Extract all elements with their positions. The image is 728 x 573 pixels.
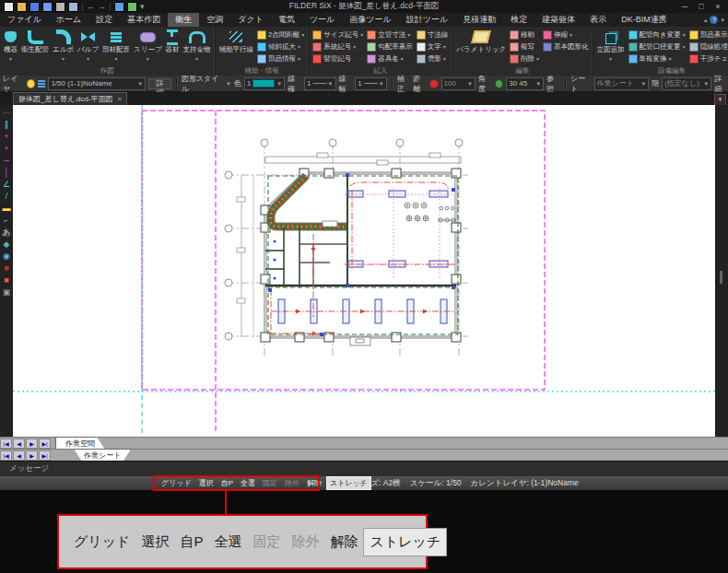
slope-line-icon[interactable]: / xyxy=(1,192,12,202)
ribbon-button-material[interactable]: 器材 xyxy=(164,28,182,65)
layer-visibility-icon[interactable] xyxy=(27,79,35,88)
ribbon-button-stretch[interactable]: 伸縮▾ xyxy=(542,29,590,41)
ribbon-button-size-symbol[interactable]: サイズ記号▾ xyxy=(311,29,364,41)
floor-select[interactable]: (指定なし) ▼ xyxy=(662,77,711,90)
prev-tab-button[interactable]: ◀ xyxy=(13,439,25,449)
print-preview-icon[interactable] xyxy=(68,2,78,12)
new-file-icon[interactable] xyxy=(4,2,14,12)
menu-tab-11[interactable]: 見積連動 xyxy=(455,13,503,27)
multi-tool-icon[interactable]: ◆ xyxy=(1,240,12,250)
color-select[interactable]: 1 ▼ xyxy=(244,77,285,90)
ribbon-button-tilt-zoom[interactable]: 傾斜拡大▾ xyxy=(256,41,305,53)
parallel-lines-icon[interactable]: ∥ xyxy=(1,120,12,130)
next-sheet-button[interactable]: ▶ xyxy=(26,450,38,461)
menu-tab-5[interactable]: 空調 xyxy=(199,13,230,27)
collapse-ribbon-icon[interactable]: ▴ xyxy=(704,17,708,24)
layer-list-icon[interactable] xyxy=(38,80,45,88)
chevron-down-icon[interactable]: ▼ xyxy=(226,81,231,87)
ribbon-button-elevation-add[interactable]: 立面追加▾ xyxy=(595,28,627,65)
mode-button-1[interactable]: 選択 xyxy=(135,532,174,552)
menu-tab-3[interactable]: 基本作図 xyxy=(120,13,168,27)
reference-label[interactable]: 参照 xyxy=(546,74,560,94)
ribbon-button-pipe-diameter[interactable]: 配管口径変更▾ xyxy=(628,41,687,53)
mode-button-2[interactable]: 自P xyxy=(218,477,236,489)
menu-tab-12[interactable]: 検定 xyxy=(503,13,534,27)
save-icon[interactable] xyxy=(29,2,40,12)
mode-button-6[interactable]: 解除 xyxy=(324,532,363,552)
ribbon-button-riser-dim[interactable]: 立管寸法▾ xyxy=(366,29,414,41)
mode-button-3[interactable]: 全選 xyxy=(238,477,258,489)
point-snap-icon[interactable]: + xyxy=(1,144,12,154)
text-tool-icon[interactable]: あ xyxy=(1,228,12,238)
mode-button-6[interactable]: 解除 xyxy=(304,477,324,489)
distance-input[interactable]: 100 ▼ xyxy=(441,77,476,90)
scrollbar-thumb[interactable] xyxy=(720,271,722,284)
prev-sheet-button[interactable]: ◀ xyxy=(13,450,25,461)
ribbon-button-sleeve[interactable]: スリーブ▾ xyxy=(132,28,164,65)
close-button[interactable]: × xyxy=(710,1,726,12)
ribbon-button-move[interactable]: 移動 xyxy=(509,29,540,41)
sheet-select[interactable]: 作業シート ▼ xyxy=(594,77,650,90)
ribbon-button-slope[interactable]: 勾配率表示 xyxy=(366,41,414,53)
angle-input[interactable]: 30 45 ▼ xyxy=(506,77,544,90)
ribbon-button-aux-parallel[interactable]: 補助平行線 xyxy=(217,28,256,65)
ribbon-button-distance[interactable]: 2点間距離▾ xyxy=(256,29,305,41)
first-tab-button[interactable]: |◀ xyxy=(0,439,12,449)
ribbon-button-copy[interactable]: 複写 xyxy=(509,41,540,53)
ribbon-button-parametric[interactable]: パラメトリック xyxy=(454,28,508,65)
stamp-tool-icon[interactable]: ▣ xyxy=(1,287,12,298)
menu-tab-7[interactable]: 電気 xyxy=(271,13,302,27)
layer-select[interactable]: 1/50 (1-1)NoName ▼ xyxy=(48,77,146,90)
document-tab[interactable]: 躯体図_差し替え.dcd-平面図 × xyxy=(13,92,127,105)
menu-more-icon[interactable]: ▾ xyxy=(721,17,724,24)
mode-button-7[interactable]: ストレッチ xyxy=(363,528,447,556)
tab-workspace[interactable]: 作業空間 xyxy=(55,437,105,450)
mode-button-0[interactable]: グリッド xyxy=(68,532,135,552)
ribbon-button-fixture-name[interactable]: 器具名▾ xyxy=(366,53,414,64)
menu-tab-14[interactable]: 表示 xyxy=(582,13,614,27)
ribbon-button-valve[interactable]: バルブ▾ xyxy=(76,28,100,65)
ribbon-button-dimension[interactable]: 寸法線 xyxy=(416,29,450,41)
ribbon-button-single-double[interactable]: 単複変換▾ xyxy=(628,53,687,64)
distance-toggle-icon[interactable] xyxy=(429,79,438,88)
ribbon-button-part-display-fix[interactable]: 部品表示補正▾ xyxy=(688,29,728,41)
open-file-icon[interactable] xyxy=(17,2,27,12)
close-icon[interactable]: × xyxy=(118,95,123,103)
image-icon[interactable] xyxy=(127,2,137,12)
mode-button-3[interactable]: 全選 xyxy=(208,532,247,552)
next-tab-button[interactable]: ▶ xyxy=(26,439,38,449)
menu-tab-4[interactable]: 衛生 xyxy=(168,13,199,27)
cross-snap-icon[interactable]: + xyxy=(1,132,12,142)
ribbon-button-support[interactable]: 支持金物▾ xyxy=(182,28,213,65)
right-scrollbar[interactable] xyxy=(715,105,728,437)
save-all-icon[interactable] xyxy=(42,2,53,12)
menu-tab-9[interactable]: 画像ツール xyxy=(342,13,398,27)
angle-toggle-icon[interactable] xyxy=(495,79,503,88)
tab-worksheet[interactable]: 作業シート xyxy=(74,449,131,462)
horizontal-line-icon[interactable]: ─ xyxy=(1,156,12,166)
menu-tab-1[interactable]: ホーム xyxy=(49,13,88,27)
ribbon-button-delete[interactable]: 削除▾ xyxy=(509,53,540,64)
mode-button-0[interactable]: グリッド xyxy=(159,477,194,489)
last-tab-button[interactable]: ▶| xyxy=(39,439,51,449)
ribbon-button-interference-check[interactable]: 干渉チェック▾ xyxy=(688,53,728,64)
first-sheet-button[interactable]: |◀ xyxy=(0,450,12,461)
ribbon-button-pipe[interactable]: 衛生配管 xyxy=(19,28,51,65)
ribbon-button-hidden-line[interactable]: 隠線処理 xyxy=(688,41,728,53)
more-icon[interactable]: ▾ xyxy=(140,3,145,11)
minimize-button[interactable]: ─ xyxy=(676,1,693,12)
band-icon[interactable]: ▬ xyxy=(1,204,12,214)
folder-tool-icon[interactable]: ■ xyxy=(1,263,12,274)
print-icon[interactable] xyxy=(55,2,65,12)
ribbon-button-equipment[interactable]: 機器▾ xyxy=(2,28,19,65)
maximize-button[interactable]: □ xyxy=(693,1,710,12)
last-sheet-button[interactable]: ▶| xyxy=(39,450,51,461)
detail2-label[interactable]: 詳細 xyxy=(714,74,728,94)
clip-icon[interactable]: ⌐ xyxy=(1,216,12,226)
shape-style-label[interactable]: 図形スタイル xyxy=(182,74,223,94)
linewidth-select[interactable]: 1 ─── ▼ xyxy=(355,77,386,90)
ribbon-button-riser-symbol[interactable]: 竪管記号 xyxy=(311,53,364,64)
menu-tab-15[interactable]: DK-BIM連携 xyxy=(614,13,675,27)
undo-icon[interactable]: ← xyxy=(87,3,95,11)
layer-detail-button[interactable]: 詳細 xyxy=(148,78,171,89)
